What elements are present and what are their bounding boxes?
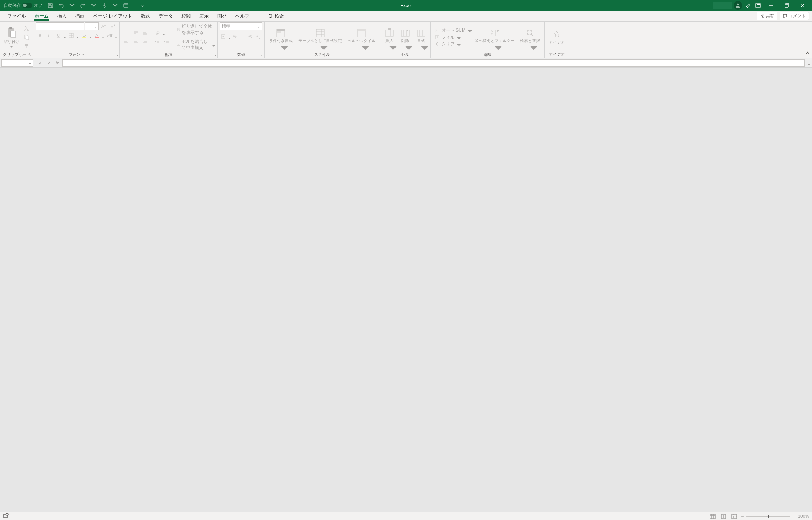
zoom-slider-thumb[interactable] — [768, 515, 769, 518]
format-cells-button[interactable]: 書式 — [414, 27, 428, 47]
increase-font-icon[interactable]: A — [99, 22, 108, 30]
conditional-formatting-button[interactable]: 条件付き書式 — [267, 27, 295, 47]
font-name-combo[interactable] — [36, 22, 84, 30]
save-icon[interactable] — [46, 1, 55, 10]
enter-formula-icon[interactable]: ✓ — [45, 59, 52, 67]
autosave-toggle[interactable]: 自動保存 オフ — [2, 3, 44, 9]
decrease-indent-icon[interactable] — [153, 37, 162, 45]
wrap-text-button[interactable]: 折り返して全体を表示する — [176, 23, 215, 36]
copy-icon[interactable] — [22, 33, 31, 41]
tab-view[interactable]: 表示 — [195, 11, 213, 22]
tab-draw[interactable]: 描画 — [71, 11, 89, 22]
user-avatar-icon[interactable] — [734, 1, 742, 10]
align-bottom-icon[interactable] — [141, 29, 149, 37]
tab-page-layout[interactable]: ページ レイアウト — [89, 11, 136, 22]
clear-button[interactable]: クリア — [433, 41, 471, 47]
chevron-down-icon[interactable] — [114, 34, 117, 37]
sort-filter-button[interactable]: AZ 並べ替えとフィルター — [473, 27, 516, 47]
format-as-table-button[interactable]: テーブルとして書式設定 — [296, 27, 344, 47]
find-select-button[interactable]: 検索と選択 — [518, 27, 542, 47]
tab-help[interactable]: ヘルプ — [231, 11, 254, 22]
bold-icon[interactable]: B — [36, 32, 44, 40]
cell-styles-button[interactable]: セルのスタイル — [346, 27, 378, 47]
comment-button[interactable]: コメント — [780, 12, 809, 20]
align-middle-icon[interactable] — [131, 29, 140, 37]
tab-review[interactable]: 校閲 — [177, 11, 195, 22]
tab-formulas[interactable]: 数式 — [136, 11, 154, 22]
font-size-combo[interactable] — [85, 22, 99, 30]
cut-icon[interactable] — [22, 24, 31, 32]
chevron-down-icon[interactable] — [63, 34, 66, 37]
fx-icon[interactable]: fx — [54, 59, 61, 67]
dialog-launcher-alignment[interactable] — [212, 52, 217, 57]
autosum-button[interactable]: Σ オート SUM — [433, 27, 471, 33]
formula-input[interactable] — [62, 59, 805, 67]
orientation-icon[interactable]: ab — [153, 29, 162, 37]
decrease-font-icon[interactable]: A — [109, 22, 117, 30]
dialog-launcher-number[interactable] — [258, 52, 263, 57]
zoom-slider[interactable] — [746, 516, 790, 517]
increase-indent-icon[interactable] — [162, 37, 171, 45]
align-top-icon[interactable] — [122, 29, 131, 37]
page-break-view-icon[interactable] — [730, 513, 738, 520]
maximize-button[interactable] — [780, 0, 794, 11]
number-format-combo[interactable]: 標準 — [220, 22, 262, 30]
normal-view-icon[interactable] — [709, 513, 717, 520]
undo-dropdown-icon[interactable] — [68, 1, 76, 10]
paste-button[interactable]: 貼り付け — [2, 26, 21, 49]
zoom-out-icon[interactable]: − — [741, 514, 744, 519]
dialog-launcher-clipboard[interactable] — [27, 52, 32, 57]
minimize-button[interactable] — [764, 0, 778, 11]
tab-file[interactable]: ファイル — [3, 11, 30, 22]
decrease-decimal-icon[interactable]: .0 — [255, 32, 262, 40]
tell-me-search[interactable]: 検索 — [268, 13, 284, 19]
undo-icon[interactable] — [57, 1, 66, 10]
chevron-down-icon[interactable] — [89, 34, 92, 37]
ideas-button[interactable]: アイデア — [547, 29, 567, 46]
tab-data[interactable]: データ — [154, 11, 177, 22]
tab-home[interactable]: ホーム — [30, 11, 53, 22]
increase-decimal-icon[interactable]: .00 — [247, 32, 254, 40]
percent-icon[interactable]: % — [231, 32, 239, 40]
chevron-down-icon[interactable] — [76, 34, 79, 37]
cancel-formula-icon[interactable]: ✕ — [36, 59, 44, 67]
livepreview-icon[interactable] — [122, 1, 130, 10]
tab-insert[interactable]: 挿入 — [53, 11, 71, 22]
align-center-icon[interactable] — [131, 37, 140, 45]
pen-icon[interactable] — [744, 1, 752, 10]
align-right-icon[interactable] — [141, 37, 149, 45]
fill-button[interactable]: フィル — [433, 34, 471, 40]
borders-icon[interactable] — [67, 32, 76, 40]
italic-icon[interactable]: I — [45, 32, 54, 40]
comma-icon[interactable]: , — [239, 32, 247, 40]
merge-center-button[interactable]: セルを結合して中央揃え — [176, 39, 215, 51]
font-color-icon[interactable]: A — [93, 32, 101, 40]
dialog-launcher-font[interactable] — [114, 52, 119, 57]
delete-cells-button[interactable]: 削除 — [398, 27, 412, 47]
page-layout-view-icon[interactable] — [719, 513, 727, 520]
share-button[interactable]: 共有 — [757, 12, 777, 20]
ruby-icon[interactable]: ア亜 — [105, 32, 114, 40]
accounting-icon[interactable]: ¥ — [220, 32, 227, 40]
chevron-down-icon[interactable] — [102, 34, 104, 37]
zoom-in-icon[interactable]: + — [793, 514, 795, 519]
ribbon-display-icon[interactable] — [754, 1, 762, 10]
fill-color-icon[interactable] — [80, 32, 88, 40]
align-left-icon[interactable] — [122, 37, 131, 45]
name-box[interactable] — [1, 59, 33, 67]
close-button[interactable] — [795, 0, 810, 11]
tab-developer[interactable]: 開発 — [213, 11, 231, 22]
insert-cells-button[interactable]: 挿入 — [382, 27, 397, 47]
redo-icon[interactable] — [78, 1, 87, 10]
chevron-down-icon[interactable] — [162, 31, 165, 34]
macro-record-icon[interactable] — [3, 513, 9, 520]
zoom-level[interactable]: 100% — [798, 514, 809, 519]
collapse-ribbon-icon[interactable] — [806, 50, 810, 57]
format-painter-icon[interactable] — [22, 42, 31, 50]
underline-icon[interactable]: U — [54, 32, 63, 40]
expand-formula-bar-icon[interactable] — [808, 62, 811, 64]
touch-mode-icon[interactable] — [100, 1, 109, 10]
qat-customize-icon[interactable] — [138, 1, 147, 10]
title-search-box[interactable] — [713, 2, 732, 9]
chevron-down-icon[interactable] — [228, 35, 231, 38]
